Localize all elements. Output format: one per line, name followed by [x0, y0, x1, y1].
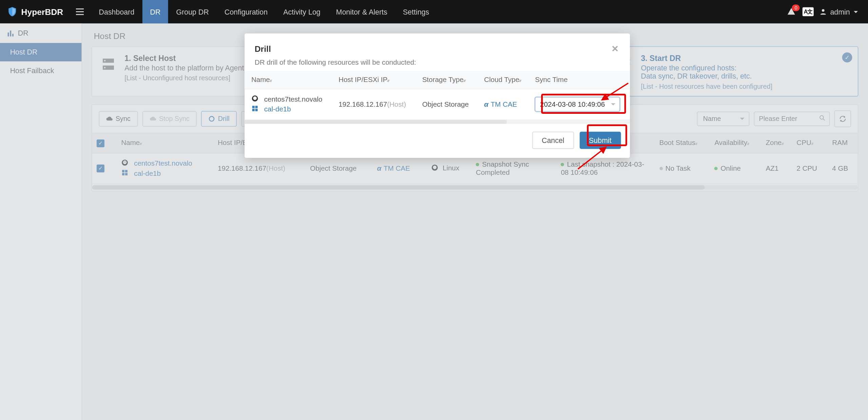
mcol-hostip[interactable]: Host IP/ESXi IP: [332, 71, 416, 89]
cancel-button[interactable]: Cancel: [532, 132, 574, 149]
linux-icon: [251, 95, 258, 104]
mcol-cloud[interactable]: Cloud Type: [477, 71, 528, 89]
topbar: HyperBDR Dashboard DR Group DR Configura…: [0, 0, 868, 23]
svg-rect-17: [252, 106, 255, 108]
main-nav: Dashboard DR Group DR Configuration Acti…: [91, 0, 437, 23]
svg-rect-20: [255, 109, 258, 111]
nav-settings[interactable]: Settings: [395, 0, 437, 23]
modal-desc: DR drill of the following resources will…: [244, 59, 630, 71]
notif-badge: 0: [792, 4, 800, 11]
mrow-hostip-tag: (Host): [387, 100, 406, 108]
mcol-storage[interactable]: Storage Type: [415, 71, 477, 89]
brand-logo: HyperBDR: [0, 6, 69, 17]
sync-time-select[interactable]: 2024-03-08 10:49:06: [535, 97, 620, 112]
drill-modal: Drill ✕ DR drill of the following resour…: [244, 34, 630, 158]
svg-point-16: [253, 96, 257, 100]
user-menu[interactable]: admin: [819, 7, 858, 16]
nav-group-dr[interactable]: Group DR: [168, 0, 217, 23]
nav-dashboard[interactable]: Dashboard: [91, 0, 142, 23]
nav-dr[interactable]: DR: [142, 0, 168, 23]
mcol-synctime[interactable]: Sync Time: [528, 71, 630, 89]
language-toggle[interactable]: A文: [803, 7, 813, 16]
shield-icon: [7, 6, 18, 17]
menu-toggle-icon[interactable]: [69, 0, 91, 23]
svg-point-0: [822, 9, 824, 12]
cloud-alpha-icon: α: [484, 100, 489, 108]
svg-rect-18: [255, 106, 258, 108]
nav-activity-log[interactable]: Activity Log: [275, 0, 328, 23]
mrow-name1: centos7test.novalo: [264, 96, 322, 103]
mrow-name2: cal-de1b: [264, 105, 291, 113]
mrow-storage: Object Storage: [415, 89, 477, 120]
modal-row: centos7test.novalo cal-de1b 192.168.12.1…: [244, 89, 630, 120]
modal-table: Name Host IP/ESXi IP Storage Type Cloud …: [244, 71, 630, 120]
nav-monitor-alerts[interactable]: Monitor & Alerts: [328, 0, 395, 23]
chevron-down-icon: [853, 9, 859, 14]
submit-button[interactable]: Submit: [579, 132, 621, 149]
svg-rect-19: [252, 109, 255, 111]
brand-name: HyperBDR: [21, 7, 63, 17]
modal-h-scrollbar[interactable]: [244, 120, 630, 124]
user-label: admin: [830, 7, 850, 16]
mrow-hostip: 192.168.12.167: [339, 100, 387, 108]
notifications-icon[interactable]: 0: [786, 6, 797, 17]
nav-configuration[interactable]: Configuration: [217, 0, 275, 23]
grid-icon: [251, 105, 258, 114]
close-icon[interactable]: ✕: [610, 42, 620, 55]
mcol-name[interactable]: Name: [244, 71, 332, 89]
mrow-cloud: TM CAE: [491, 100, 517, 108]
modal-title: Drill: [255, 44, 271, 54]
